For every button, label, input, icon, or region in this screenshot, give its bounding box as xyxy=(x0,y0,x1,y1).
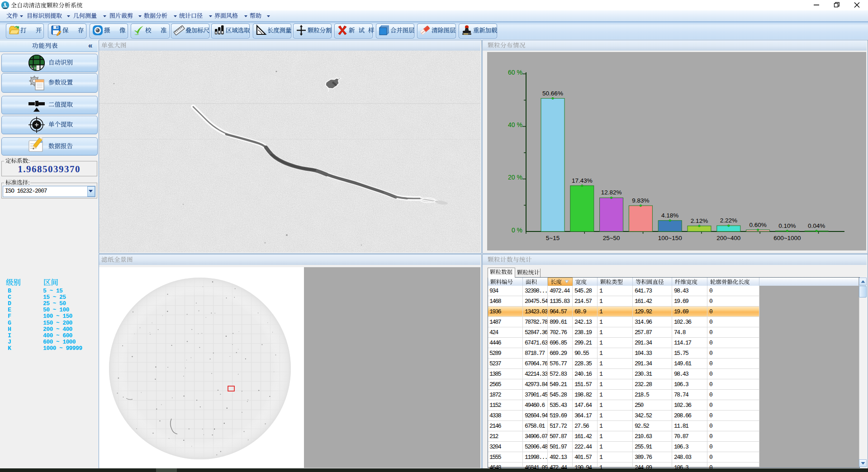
svg-text:0.04%: 0.04% xyxy=(808,222,825,229)
svg-text:4.18%: 4.18% xyxy=(661,212,678,219)
svg-text:50.66%: 50.66% xyxy=(542,90,563,97)
svg-text:600~1000: 600~1000 xyxy=(773,235,801,241)
svg-text:17.43%: 17.43% xyxy=(572,177,593,184)
svg-text:0.10%: 0.10% xyxy=(778,222,796,229)
svg-text:5~15: 5~15 xyxy=(546,235,560,241)
svg-text:20 %: 20 % xyxy=(508,174,522,181)
svg-text:9.83%: 9.83% xyxy=(632,197,649,204)
svg-text:200~400: 200~400 xyxy=(716,235,740,241)
svg-text:100~150: 100~150 xyxy=(658,235,682,241)
svg-text:0 %: 0 % xyxy=(512,227,522,234)
svg-text:0.60%: 0.60% xyxy=(749,222,766,228)
svg-text:2.22%: 2.22% xyxy=(720,217,737,224)
svg-text:25~50: 25~50 xyxy=(603,235,620,241)
svg-text:12.82%: 12.82% xyxy=(601,189,622,196)
svg-text:2.12%: 2.12% xyxy=(691,217,708,224)
svg-text:60 %: 60 % xyxy=(508,69,522,76)
svg-text:40 %: 40 % xyxy=(508,121,522,128)
